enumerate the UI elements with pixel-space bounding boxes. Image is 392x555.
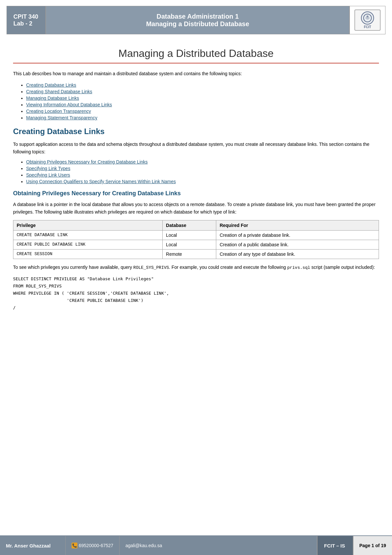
table-header-database: Database [163, 220, 216, 230]
page-header: CPIT 340 Lab - 2 Database Administration… [7, 6, 385, 34]
table-cell-required-1: Creation of a private database link. [216, 230, 379, 240]
subtopics-list: Obtaining Privileges Necessary for Creat… [26, 159, 379, 184]
subsection1-heading: Obtaining Privileges Necessary for Creat… [13, 190, 379, 197]
header-logo: FCIT [349, 6, 385, 34]
subsection1-para1: A database link is a pointer in the loca… [13, 201, 379, 216]
page-footer: Mr. Anser Ghazzaal 📞 69520000-67527 agal… [0, 535, 392, 555]
footer-dept-text: FCIT – IS [324, 543, 345, 548]
footer-page-text: Page 1 of 19 [359, 543, 386, 548]
toc-link-1[interactable]: Creating Database Links [26, 82, 76, 88]
table-row: CREATE PUBLIC DATABASE LINK Local Creati… [13, 240, 379, 249]
table-cell-privilege-1: CREATE DATABASE LINK [13, 230, 163, 240]
svg-point-1 [367, 15, 368, 17]
toc-list: Creating Database Links Creating Shared … [26, 82, 379, 120]
list-item: Viewing Information About Database Links [26, 102, 379, 107]
table-cell-privilege-2: CREATE PUBLIC DATABASE LINK [13, 240, 163, 249]
header-course-info: CPIT 340 Lab - 2 [7, 6, 46, 34]
table-row: CREATE SESSION Remote Creation of any ty… [13, 249, 379, 259]
list-item: Specifying Link Users [26, 172, 379, 178]
phone-icon: 📞 [72, 543, 77, 548]
footer-name: Mr. Anser Ghazzaal [0, 536, 65, 555]
sql-code-pre: SELECT DISTINCT PRIVILEGE AS "Database L… [13, 275, 379, 311]
section1-heading: Creating Database Links [13, 127, 379, 136]
table-cell-privilege-3: CREATE SESSION [13, 249, 163, 259]
footer-page: Page 1 of 19 [353, 536, 392, 555]
list-item: Creating Database Links [26, 82, 379, 88]
table-header-row: Privilege Database Required For [13, 220, 379, 230]
list-item: Managing Statement Transparency [26, 115, 379, 120]
subtopic-link-2[interactable]: Specifying Link Types [26, 166, 70, 171]
table-header-privilege: Privilege [13, 220, 163, 230]
table-cell-database-3: Remote [163, 249, 216, 259]
subtopic-link-4[interactable]: Using Connection Qualifiers to Specify S… [26, 179, 176, 184]
footer-phone: 📞 69520000-67527 [65, 536, 119, 555]
table-row: CREATE DATABASE LINK Local Creation of a… [13, 230, 379, 240]
para2-suffix: . For example, you could create and exec… [169, 265, 287, 270]
privileges-table: Privilege Database Required For CREATE D… [13, 220, 379, 259]
toc-link-4[interactable]: Viewing Information About Database Links [26, 102, 112, 107]
subsection1-para2: To see which privileges you currently ha… [13, 264, 379, 271]
para2-code2: privs.sql [287, 265, 310, 270]
table-header-required: Required For [216, 220, 379, 230]
main-content: Managing a Distributed Database This Lab… [13, 41, 379, 341]
toc-link-6[interactable]: Managing Statement Transparency [26, 115, 97, 120]
sql-code-block: SELECT DISTINCT PRIVILEGE AS "Database L… [13, 275, 379, 311]
footer-dept: FCIT – IS [317, 536, 353, 555]
footer-phone-number: 69520000-67527 [79, 543, 113, 548]
section1-text: To support application access to the dat… [13, 141, 379, 155]
subtopic-link-1[interactable]: Obtaining Privileges Necessary for Creat… [26, 159, 148, 165]
list-item: Using Connection Qualifiers to Specify S… [26, 179, 379, 184]
list-item: Managing Database Links [26, 95, 379, 101]
header-title1: Database Administration 1 [53, 13, 343, 20]
page-title: Managing a Distributed Database [13, 41, 379, 63]
toc-link-2[interactable]: Creating Shared Database Links [26, 89, 92, 94]
subtopic-link-3[interactable]: Specifying Link Users [26, 172, 70, 178]
header-title-block: Database Administration 1 Managing a Dis… [46, 6, 349, 34]
lab-number: Lab - 2 [13, 20, 39, 27]
para2-prefix: To see which privileges you currently ha… [13, 265, 133, 270]
intro-text: This Lab describes how to manage and mai… [13, 70, 379, 77]
logo-text: FCIT [364, 25, 371, 29]
footer-email-text: agali@kau.edu.sa [125, 543, 162, 548]
logo-inner: FCIT [361, 11, 374, 29]
list-item: Creating Shared Database Links [26, 89, 379, 94]
table-cell-database-2: Local [163, 240, 216, 249]
logo-circle [361, 11, 374, 25]
toc-link-5[interactable]: Creating Location Transparency [26, 109, 91, 114]
header-title2: Managing a Distributed Database [53, 20, 343, 28]
table-cell-required-2: Creation of a public database link. [216, 240, 379, 249]
list-item: Creating Location Transparency [26, 109, 379, 114]
logo-box: FCIT [354, 9, 381, 31]
para2-code1: ROLE_SYS_PRIVS [133, 265, 169, 270]
course-code: CPIT 340 [13, 13, 39, 20]
para2-end: script (sample output included): [310, 265, 375, 270]
footer-name-text: Mr. Anser Ghazzaal [6, 543, 51, 548]
table-cell-required-3: Creation of any type of database link. [216, 249, 379, 259]
list-item: Obtaining Privileges Necessary for Creat… [26, 159, 379, 165]
footer-email: agali@kau.edu.sa [119, 536, 317, 555]
toc-link-3[interactable]: Managing Database Links [26, 95, 79, 101]
table-cell-database-1: Local [163, 230, 216, 240]
list-item: Specifying Link Types [26, 166, 379, 171]
